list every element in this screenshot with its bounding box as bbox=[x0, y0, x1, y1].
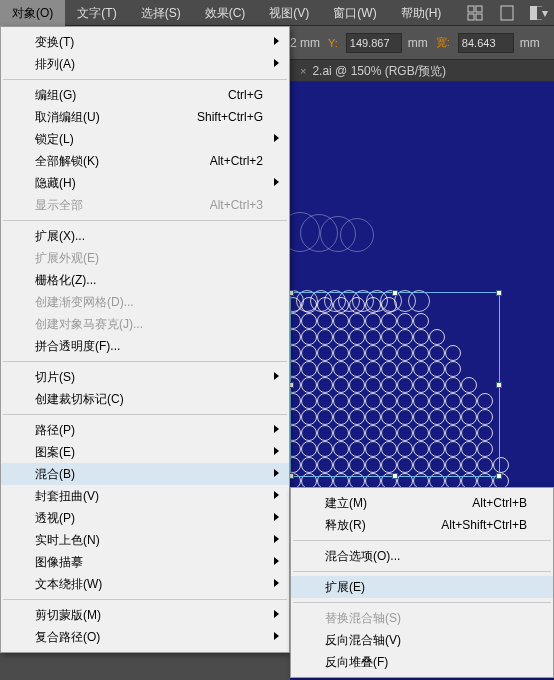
sm-item-3[interactable]: 混合选项(O)... bbox=[291, 545, 553, 567]
submenu-arrow-icon bbox=[274, 513, 279, 521]
dd-item-label: 取消编组(U) bbox=[35, 109, 100, 126]
submenu-arrow-icon bbox=[274, 59, 279, 67]
dd-item-label: 变换(T) bbox=[35, 34, 74, 51]
y-label: Y: bbox=[326, 37, 340, 49]
submenu-arrow-icon bbox=[274, 37, 279, 45]
dd-item-label: 透视(P) bbox=[35, 510, 75, 527]
menu-help[interactable]: 帮助(H) bbox=[389, 0, 454, 26]
dd-item-12[interactable]: 栅格化(Z)... bbox=[1, 269, 289, 291]
submenu-arrow-icon bbox=[274, 557, 279, 565]
dd-item-27[interactable]: 文本绕排(W) bbox=[1, 573, 289, 595]
close-tab-icon[interactable]: × bbox=[300, 60, 306, 82]
sm-item-5[interactable]: 扩展(E) bbox=[291, 576, 553, 598]
menu-type[interactable]: 文字(T) bbox=[65, 0, 128, 26]
dd-item-3[interactable]: 编组(G)Ctrl+G bbox=[1, 84, 289, 106]
dd-item-label: 复合路径(O) bbox=[35, 629, 100, 646]
w-label: 宽: bbox=[434, 35, 452, 50]
svg-rect-2 bbox=[468, 14, 474, 20]
toolbar-icons: ▾ bbox=[466, 0, 548, 26]
dd-item-13: 创建渐变网格(D)... bbox=[1, 291, 289, 313]
dd-shortcut: Shift+Ctrl+G bbox=[197, 110, 263, 124]
dd-item-label: 混合(B) bbox=[35, 466, 75, 483]
sel-handle-ml[interactable] bbox=[290, 382, 294, 388]
arrange-icon[interactable]: ▾ bbox=[530, 4, 548, 22]
sel-handle-tr[interactable] bbox=[496, 290, 502, 296]
dd-item-23[interactable]: 封套扭曲(V) bbox=[1, 485, 289, 507]
dd-sep bbox=[3, 220, 287, 221]
dd-item-label: 拼合透明度(F)... bbox=[35, 338, 120, 355]
w-input[interactable] bbox=[458, 33, 514, 53]
sm-shortcut: Alt+Ctrl+B bbox=[472, 496, 527, 510]
sm-item-label: 释放(R) bbox=[325, 517, 366, 534]
svg-rect-0 bbox=[468, 6, 474, 12]
dd-item-label: 锁定(L) bbox=[35, 131, 74, 148]
menu-view[interactable]: 视图(V) bbox=[257, 0, 321, 26]
dd-item-20[interactable]: 路径(P) bbox=[1, 419, 289, 441]
sm-item-7: 替换混合轴(S) bbox=[291, 607, 553, 629]
sm-item-8[interactable]: 反向混合轴(V) bbox=[291, 629, 553, 651]
dd-item-label: 路径(P) bbox=[35, 422, 75, 439]
doc-tab-label: 2.ai @ 150% (RGB/预览) bbox=[312, 60, 446, 82]
dd-item-6[interactable]: 全部解锁(K)Alt+Ctrl+2 bbox=[1, 150, 289, 172]
grid-icon[interactable] bbox=[466, 4, 484, 22]
dd-item-18[interactable]: 创建裁切标记(C) bbox=[1, 388, 289, 410]
selection-box bbox=[290, 292, 500, 477]
dd-item-label: 文本绕排(W) bbox=[35, 576, 102, 593]
dd-item-label: 图像描摹 bbox=[35, 554, 83, 571]
submenu-arrow-icon bbox=[274, 425, 279, 433]
menu-effect[interactable]: 效果(C) bbox=[193, 0, 258, 26]
svg-rect-4 bbox=[501, 6, 513, 20]
dd-item-5[interactable]: 锁定(L) bbox=[1, 128, 289, 150]
dd-shortcut: Alt+Ctrl+2 bbox=[210, 154, 263, 168]
dd-item-8: 显示全部Alt+Ctrl+3 bbox=[1, 194, 289, 216]
dd-item-17[interactable]: 切片(S) bbox=[1, 366, 289, 388]
dd-item-1[interactable]: 排列(A) bbox=[1, 53, 289, 75]
dd-sep bbox=[3, 414, 287, 415]
menu-window[interactable]: 窗口(W) bbox=[321, 0, 388, 26]
doc-tab[interactable]: × 2.ai @ 150% (RGB/预览) bbox=[290, 60, 456, 82]
dd-item-29[interactable]: 剪切蒙版(M) bbox=[1, 604, 289, 626]
sm-item-label: 扩展(E) bbox=[325, 579, 365, 596]
dd-item-24[interactable]: 透视(P) bbox=[1, 507, 289, 529]
sel-handle-bl[interactable] bbox=[290, 473, 294, 479]
dd-item-4[interactable]: 取消编组(U)Shift+Ctrl+G bbox=[1, 106, 289, 128]
submenu-arrow-icon bbox=[274, 178, 279, 186]
dd-item-22[interactable]: 混合(B) bbox=[1, 463, 289, 485]
dd-item-7[interactable]: 隐藏(H) bbox=[1, 172, 289, 194]
dd-item-30[interactable]: 复合路径(O) bbox=[1, 626, 289, 648]
sm-item-0[interactable]: 建立(M)Alt+Ctrl+B bbox=[291, 492, 553, 514]
dd-item-14: 创建对象马赛克(J)... bbox=[1, 313, 289, 335]
dd-item-label: 隐藏(H) bbox=[35, 175, 76, 192]
sel-handle-tl[interactable] bbox=[290, 290, 294, 296]
menu-object[interactable]: 对象(O) bbox=[0, 0, 65, 26]
unit-readout: 2 mm bbox=[290, 36, 320, 50]
dd-item-15[interactable]: 拼合透明度(F)... bbox=[1, 335, 289, 357]
doc-icon[interactable] bbox=[498, 4, 516, 22]
dd-item-0[interactable]: 变换(T) bbox=[1, 31, 289, 53]
dd-item-label: 封套扭曲(V) bbox=[35, 488, 99, 505]
sm-item-9[interactable]: 反向堆叠(F) bbox=[291, 651, 553, 673]
sm-item-1[interactable]: 释放(R)Alt+Shift+Ctrl+B bbox=[291, 514, 553, 536]
blend-submenu: 建立(M)Alt+Ctrl+B释放(R)Alt+Shift+Ctrl+B混合选项… bbox=[290, 487, 554, 678]
sel-handle-bc[interactable] bbox=[392, 473, 398, 479]
dd-item-10[interactable]: 扩展(X)... bbox=[1, 225, 289, 247]
sm-item-label: 反向堆叠(F) bbox=[325, 654, 388, 671]
sm-sep bbox=[293, 571, 551, 572]
dd-item-26[interactable]: 图像描摹 bbox=[1, 551, 289, 573]
sel-handle-tc[interactable] bbox=[392, 290, 398, 296]
menubar: 对象(O) 文字(T) 选择(S) 效果(C) 视图(V) 窗口(W) 帮助(H… bbox=[0, 0, 554, 26]
dd-item-21[interactable]: 图案(E) bbox=[1, 441, 289, 463]
svg-rect-3 bbox=[476, 14, 482, 20]
submenu-arrow-icon bbox=[274, 372, 279, 380]
dd-item-label: 显示全部 bbox=[35, 197, 83, 214]
submenu-arrow-icon bbox=[274, 610, 279, 618]
dd-item-label: 全部解锁(K) bbox=[35, 153, 99, 170]
sel-handle-br[interactable] bbox=[496, 473, 502, 479]
y-input[interactable] bbox=[346, 33, 402, 53]
sel-handle-mr[interactable] bbox=[496, 382, 502, 388]
submenu-arrow-icon bbox=[274, 469, 279, 477]
mm-label-2: mm bbox=[520, 36, 540, 50]
dd-item-label: 排列(A) bbox=[35, 56, 75, 73]
dd-item-25[interactable]: 实时上色(N) bbox=[1, 529, 289, 551]
menu-select[interactable]: 选择(S) bbox=[129, 0, 193, 26]
